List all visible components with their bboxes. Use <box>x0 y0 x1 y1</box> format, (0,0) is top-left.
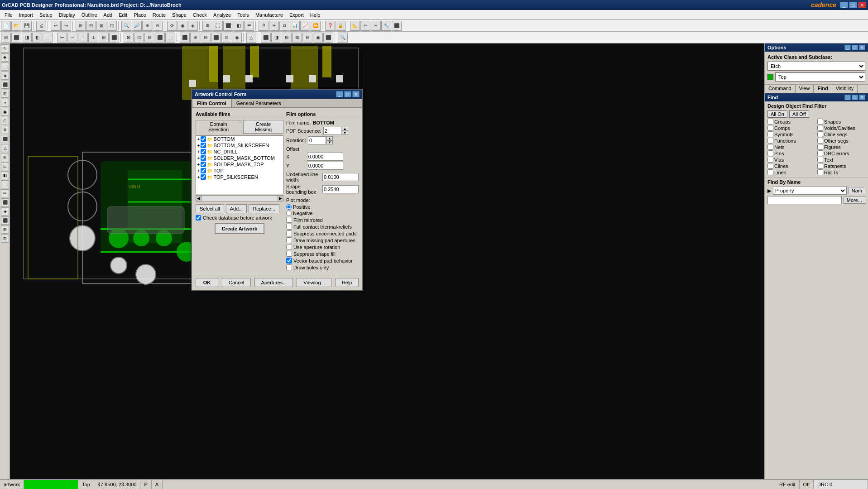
t3[interactable]: ⊠ <box>96 21 106 31</box>
t2-31[interactable]: 🔍 <box>338 33 348 43</box>
pins-check[interactable] <box>767 150 773 156</box>
property-select[interactable]: Property <box>773 187 847 195</box>
t2-26[interactable]: ⊞ <box>282 33 292 43</box>
class-dropdown[interactable]: Etch <box>767 62 865 71</box>
t2-13[interactable]: ⊡ <box>134 33 144 43</box>
lt22[interactable]: ⊟ <box>1 235 9 243</box>
t16[interactable]: ☰ <box>244 21 254 31</box>
film-ts-check[interactable] <box>201 174 206 180</box>
t2-10[interactable]: ⊞ <box>99 33 109 43</box>
dialog-close[interactable]: ✕ <box>352 91 360 97</box>
t17[interactable]: ⏱ <box>259 21 269 31</box>
scroll-left[interactable]: ◀ <box>196 196 201 201</box>
t29[interactable]: ⬛ <box>392 21 402 31</box>
lt14[interactable]: ⊡ <box>1 162 9 170</box>
t7[interactable]: ⊕ <box>142 21 152 31</box>
lt9[interactable]: ⊟ <box>1 117 9 125</box>
options-close[interactable]: ✕ <box>859 45 865 50</box>
tab-view[interactable]: View <box>796 85 814 93</box>
full-contact-check[interactable] <box>286 224 292 230</box>
t2-14[interactable]: ⊟ <box>144 33 154 43</box>
lt11[interactable]: ⬛ <box>1 135 9 143</box>
open-btn[interactable]: 📂 <box>11 21 21 31</box>
menu-add[interactable]: Add <box>101 11 115 19</box>
figures-check[interactable] <box>817 144 823 150</box>
pdf-seq-input[interactable] <box>323 127 341 135</box>
voids-check[interactable] <box>817 125 823 131</box>
menu-import[interactable]: Import <box>16 11 36 19</box>
lt17[interactable]: ✏ <box>1 189 9 197</box>
t2-18[interactable]: ⊞ <box>190 33 200 43</box>
undo-btn[interactable]: ↩ <box>51 21 61 31</box>
t20[interactable]: 📊 <box>290 21 300 31</box>
t21[interactable]: 📈 <box>300 21 310 31</box>
save-btn[interactable]: 💾 <box>22 21 32 31</box>
nets-check[interactable] <box>767 144 773 150</box>
menu-file[interactable]: File <box>2 11 15 19</box>
lines-check[interactable] <box>767 169 773 175</box>
menu-check[interactable]: Check <box>190 11 210 19</box>
t2-1[interactable]: ⊞ <box>1 33 11 43</box>
menu-display[interactable]: Display <box>56 11 78 19</box>
draw-missing-check[interactable] <box>286 237 292 243</box>
menu-edit[interactable]: Edit <box>116 11 130 19</box>
t2-30[interactable]: ⬛ <box>323 33 333 43</box>
offset-y-input[interactable] <box>307 162 343 170</box>
films-list[interactable]: + 📁 BOTTOM + 📁 BOTTOM_SILKSCREEN <box>196 135 283 194</box>
lt19[interactable]: ◈ <box>1 207 9 216</box>
t2-9[interactable]: ⊥ <box>88 33 98 43</box>
all-off-btn[interactable]: All Off <box>789 110 809 118</box>
t2-3[interactable]: ◨ <box>22 33 32 43</box>
suppress-uncon-check[interactable] <box>286 230 292 236</box>
close-button[interactable]: ✕ <box>858 2 866 8</box>
film-top[interactable]: + 📁 TOP <box>196 168 283 174</box>
t13[interactable]: ⛶ <box>213 21 223 31</box>
film-smt[interactable]: + 📁 SOLDER_MASK_TOP <box>196 161 283 168</box>
lt5[interactable]: ⬛ <box>1 81 9 89</box>
cline-segs-check[interactable] <box>817 131 823 137</box>
menu-export[interactable]: Export <box>287 11 307 19</box>
pcb-canvas[interactable]: VCC GND GND GND GND GND VCC VCC <box>10 43 764 479</box>
subclass-dropdown[interactable]: Top <box>775 72 865 82</box>
t26[interactable]: ✏ <box>360 21 370 31</box>
ok-button[interactable]: OK <box>196 278 218 287</box>
viewlog-button[interactable]: Viewlog... <box>297 278 331 287</box>
film-bss-check[interactable] <box>201 143 206 148</box>
redo-btn[interactable]: ↪ <box>61 21 71 31</box>
other-segs-check[interactable] <box>817 138 823 144</box>
rotation-up[interactable]: ▲ <box>326 136 333 140</box>
pdf-seq-up[interactable]: ▲ <box>342 127 348 131</box>
lt16[interactable]: ⬜ <box>1 180 9 188</box>
tab-command[interactable]: Command <box>765 85 796 93</box>
t4[interactable]: ⊡ <box>107 21 117 31</box>
find-minimize[interactable]: _ <box>844 95 851 100</box>
menu-tools[interactable]: Tools <box>235 11 252 19</box>
create-missing-btn[interactable]: Create Missing <box>243 120 283 134</box>
symbols-check[interactable] <box>767 131 773 137</box>
menu-help[interactable]: Help <box>307 11 323 19</box>
t2-29[interactable]: ◉ <box>313 33 323 43</box>
t5[interactable]: 🔍 <box>121 21 131 31</box>
lt10[interactable]: ⚙ <box>1 126 9 134</box>
lt3[interactable]: ⬜ <box>1 62 9 71</box>
scroll-right[interactable]: ▶ <box>278 196 283 201</box>
print-btn[interactable]: 🖨 <box>36 21 46 31</box>
use-aperture-check[interactable] <box>286 244 292 250</box>
new-btn[interactable]: 📄 <box>1 21 11 31</box>
positive-radio[interactable] <box>286 204 292 210</box>
t2[interactable]: ⊟ <box>86 21 96 31</box>
t19[interactable]: ⧉ <box>279 21 289 31</box>
film-bottom-silkscreen[interactable]: + 📁 BOTTOM_SILKSCREEN <box>196 142 283 149</box>
rotation-input[interactable] <box>308 136 326 144</box>
t2-11[interactable]: ⬛ <box>109 33 119 43</box>
t2-16[interactable]: ⬜ <box>165 33 175 43</box>
t27[interactable]: ✂ <box>371 21 381 31</box>
lt1[interactable]: ↖ <box>1 44 9 53</box>
suppress-shape-check[interactable] <box>286 251 292 257</box>
menu-analyze[interactable]: Analyze <box>211 11 234 19</box>
add-btn[interactable]: Add... <box>226 204 247 213</box>
menu-setup[interactable]: Setup <box>37 11 55 19</box>
t2-15[interactable]: ⬛ <box>155 33 165 43</box>
all-on-btn[interactable]: All On <box>767 110 787 118</box>
draw-holes-check[interactable] <box>286 264 292 270</box>
